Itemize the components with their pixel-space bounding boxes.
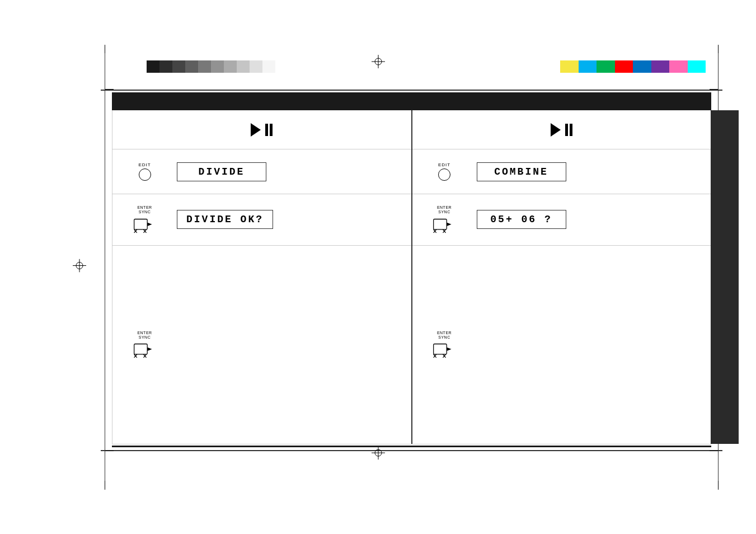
combine-track-display-box: 05+ 06 ? [477, 210, 566, 229]
combine-play-icon [551, 123, 561, 137]
combine-panel: EDIT COMBINE ENTERSYNC [412, 110, 711, 444]
right-edge-tab [711, 110, 739, 444]
combine-edit-label: EDIT [438, 162, 450, 167]
divide-bottom-sync-shape [133, 341, 157, 359]
svg-marker-19 [147, 348, 152, 352]
pause-bar-2 [270, 124, 273, 136]
divide-play-pause-symbol [251, 123, 273, 137]
combine-edit-icon: EDIT [429, 162, 460, 181]
corner-tick-bl-h [105, 451, 114, 451]
combine-pause-bar-2 [570, 124, 572, 136]
svg-marker-31 [447, 348, 451, 352]
combine-bottom-section: ENTERSYNC [412, 246, 711, 444]
svg-rect-18 [134, 344, 147, 354]
crosshair-bottom-center [372, 446, 385, 462]
color-colorbar [560, 60, 706, 73]
divide-play-pause-section [112, 110, 411, 149]
combine-bottom-sync-shape [433, 341, 456, 359]
divide-panel: EDIT DIVIDE ENTERSYNC [112, 110, 412, 444]
combine-track-section: ENTERSYNC 05+ 06 ? [412, 194, 711, 246]
corner-tick-br-h [710, 451, 718, 451]
combine-bottom-enter-sync-icon: ENTERSYNC [429, 331, 460, 359]
corner-tick-br-v [718, 481, 719, 489]
left-margin-line [105, 45, 105, 490]
combine-pause-icon [565, 124, 572, 136]
corner-tick-bl-v [105, 481, 105, 489]
combine-track-enter-sync-label: ENTERSYNC [437, 205, 452, 215]
pause-bar-1 [265, 124, 268, 136]
play-icon [251, 123, 261, 137]
main-content: EDIT DIVIDE ENTERSYNC [112, 92, 711, 447]
divide-ok-section: ENTERSYNC DIVIDE OK? [112, 194, 411, 246]
divide-enter-sync-icon: ENTERSYNC [129, 205, 160, 234]
combine-display-section: EDIT COMBINE [412, 149, 711, 194]
combine-track-enter-sync-icon: ENTERSYNC [429, 205, 460, 234]
divide-bottom-section: ENTERSYNC [112, 246, 411, 444]
divide-display-section: EDIT DIVIDE [112, 149, 411, 194]
divide-ok-display-box: DIVIDE OK? [177, 210, 273, 229]
corner-tick-tr-h [710, 89, 718, 90]
svg-marker-13 [147, 222, 152, 226]
divide-edit-circle [139, 168, 151, 181]
panels-container: EDIT DIVIDE ENTERSYNC [112, 110, 711, 444]
divide-edit-label: EDIT [138, 162, 151, 167]
svg-rect-30 [434, 344, 447, 354]
divide-edit-icon: EDIT [129, 162, 160, 181]
corner-tick-tl-h [105, 89, 114, 90]
bottom-footer-bar [112, 446, 711, 447]
svg-rect-12 [134, 219, 147, 229]
combine-play-pause-section [412, 110, 711, 149]
crosshair-left-center [73, 259, 86, 275]
svg-marker-25 [447, 222, 451, 226]
grayscale-colorbar [147, 60, 275, 73]
crosshair-top-center [372, 55, 385, 71]
combine-pause-bar-1 [565, 124, 568, 136]
combine-track-sync-shape [433, 216, 456, 234]
divide-enter-sync-label: ENTERSYNC [137, 205, 152, 215]
combine-edit-circle [438, 168, 450, 181]
combine-play-pause-symbol [551, 123, 572, 137]
corner-tick-tr-v [718, 45, 719, 53]
divide-display-box: DIVIDE [177, 162, 266, 181]
corner-tick-tl-v [105, 45, 105, 53]
divide-bottom-enter-sync-label: ENTERSYNC [137, 331, 152, 340]
svg-rect-24 [434, 219, 447, 229]
top-header-bar [112, 92, 711, 110]
combine-bottom-enter-sync-label: ENTERSYNC [437, 331, 452, 340]
top-margin-line [101, 90, 722, 91]
divide-sync-shape [133, 216, 157, 234]
combine-display-box: COMBINE [477, 162, 566, 181]
pause-icon [265, 124, 273, 136]
bottom-margin-line [101, 450, 722, 451]
divide-bottom-enter-sync-icon: ENTERSYNC [129, 331, 160, 359]
